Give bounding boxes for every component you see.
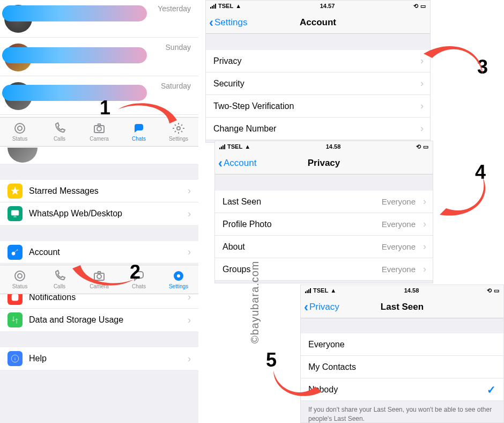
nav-bar: ‹ Privacy Last Seen: [301, 296, 503, 318]
tab-label: Calls: [54, 136, 65, 142]
data-icon: [8, 312, 23, 327]
lastseen-option-everyone[interactable]: Everyone: [301, 333, 503, 356]
tab-label: Status: [12, 136, 27, 142]
back-button[interactable]: ‹ Privacy: [304, 300, 339, 315]
tab-status[interactable]: Status: [0, 118, 40, 146]
clock: 14.58: [326, 143, 341, 150]
nav-bar: ‹ Settings Account: [206, 11, 430, 34]
chat-timestamp: Sunday: [166, 43, 191, 52]
tab-settings[interactable]: Settings: [159, 265, 198, 294]
settings-group: Help ›: [0, 347, 198, 370]
svg-point-6: [12, 252, 15, 255]
svg-point-16: [177, 274, 180, 278]
gear-icon: [172, 269, 185, 282]
back-label: Settings: [214, 17, 247, 28]
signal-icon: [305, 288, 311, 293]
tab-label: Status: [12, 283, 27, 289]
privacy-panel: TSEL ▲ 14.58 ⟲ ▭ ‹ Account Privacy Last …: [214, 141, 433, 283]
row-label: Groups: [223, 265, 250, 274]
account-row-privacy[interactable]: Privacy ›: [206, 50, 430, 72]
wifi-icon: ▲: [330, 287, 336, 294]
settings-row-label: Data and Storage Usage: [29, 315, 123, 325]
tab-status[interactable]: Status: [0, 265, 40, 294]
chat-timestamp: Yesterday: [158, 4, 191, 13]
status-icon: [13, 269, 26, 282]
settings-row-starred[interactable]: Starred Messages ›: [0, 180, 198, 202]
row-label: Profile Photo: [223, 220, 272, 229]
nav-title: Privacy: [308, 158, 340, 169]
row-value: Everyone: [382, 197, 416, 206]
privacy-row-last-seen[interactable]: Last Seen Everyone ›: [215, 191, 433, 213]
chevron-right-icon: ›: [188, 353, 191, 364]
row-value: Everyone: [382, 242, 416, 251]
chevron-left-icon: ‹: [218, 156, 223, 171]
svg-point-0: [15, 123, 25, 133]
privacy-row-profile-photo[interactable]: Profile Photo Everyone ›: [215, 213, 433, 236]
carrier-label: TSEL: [227, 143, 242, 150]
back-button[interactable]: ‹ Account: [218, 156, 256, 171]
svg-point-9: [16, 294, 19, 297]
chevron-left-icon: ‹: [209, 15, 213, 30]
settings-row-label: WhatsApp Web/Desktop: [29, 209, 122, 218]
settings-group: Starred Messages › WhatsApp Web/Desktop …: [0, 180, 198, 225]
chevron-right-icon: ›: [188, 246, 191, 258]
camera-icon: [93, 122, 106, 135]
redacted-name: [2, 47, 147, 63]
ios-status-bar: TSEL ▲ 14.58 ⟲ ▭: [215, 141, 433, 152]
checkmark-icon: ✓: [487, 383, 496, 396]
nav-title: Last Seen: [381, 302, 424, 312]
clock: 14.57: [320, 3, 335, 9]
row-label: Last Seen: [223, 197, 261, 207]
privacy-row-groups[interactable]: Groups Everyone ›: [215, 258, 433, 281]
settings-row-help[interactable]: Help ›: [0, 347, 198, 370]
account-row-change-number[interactable]: Change Number ›: [206, 118, 430, 140]
account-row-security[interactable]: Security ›: [206, 72, 430, 95]
chat-row[interactable]: Sunday: [0, 39, 198, 76]
status-icon: [13, 122, 26, 135]
ios-status-bar: TSEL ▲ 14.58 ⟲ ▭: [301, 285, 503, 296]
tab-label: Settings: [169, 283, 188, 289]
profile-row-crop[interactable]: [0, 148, 198, 164]
svg-rect-5: [11, 210, 19, 215]
settings-row-label: Account: [29, 247, 60, 257]
svg-point-1: [18, 126, 22, 130]
rotation-lock-icon: ⟲: [416, 143, 421, 150]
privacy-row-about[interactable]: About Everyone ›: [215, 236, 433, 258]
row-label: Privacy: [213, 56, 241, 66]
settings-row-label: Starred Messages: [29, 186, 99, 196]
settings-row-data[interactable]: Data and Storage Usage ›: [0, 309, 198, 331]
tab-label: Camera: [90, 136, 109, 142]
back-button[interactable]: ‹ Settings: [209, 15, 247, 30]
nav-bar: ‹ Account Privacy: [215, 152, 433, 174]
row-value: Everyone: [382, 220, 416, 229]
chevron-left-icon: ‹: [304, 300, 308, 315]
back-label: Privacy: [309, 302, 339, 312]
svg-point-12: [18, 274, 22, 278]
clock: 14.58: [404, 287, 419, 294]
key-icon: [8, 245, 23, 260]
back-label: Account: [224, 158, 256, 169]
battery-icon: ▭: [420, 3, 426, 10]
chevron-right-icon: ›: [188, 185, 191, 196]
step-arrow-4: [424, 172, 493, 233]
ios-status-bar: TSEL ▲ 14.57 ⟲ ▭: [206, 1, 430, 11]
battery-icon: ▭: [494, 287, 499, 294]
rotation-lock-icon: ⟲: [487, 287, 492, 294]
step-arrow-3: [413, 32, 488, 88]
chat-row[interactable]: Yesterday: [0, 0, 198, 38]
row-label: About: [223, 242, 245, 252]
row-label: Change Number: [213, 124, 276, 134]
carrier-label: TSEL: [218, 3, 233, 9]
chevron-right-icon: ›: [188, 208, 191, 220]
wifi-icon: ▲: [244, 143, 250, 150]
chevron-right-icon: ›: [420, 123, 424, 134]
svg-point-11: [15, 271, 25, 281]
info-icon: [8, 351, 23, 366]
redacted-name: [2, 5, 147, 21]
carrier-label: TSEL: [313, 287, 328, 294]
tab-calls[interactable]: Calls: [40, 118, 79, 146]
account-row-two-step[interactable]: Two-Step Verification ›: [206, 95, 430, 118]
row-label: Security: [213, 79, 244, 89]
settings-row-web[interactable]: WhatsApp Web/Desktop ›: [0, 202, 198, 225]
avatar: [8, 148, 38, 163]
